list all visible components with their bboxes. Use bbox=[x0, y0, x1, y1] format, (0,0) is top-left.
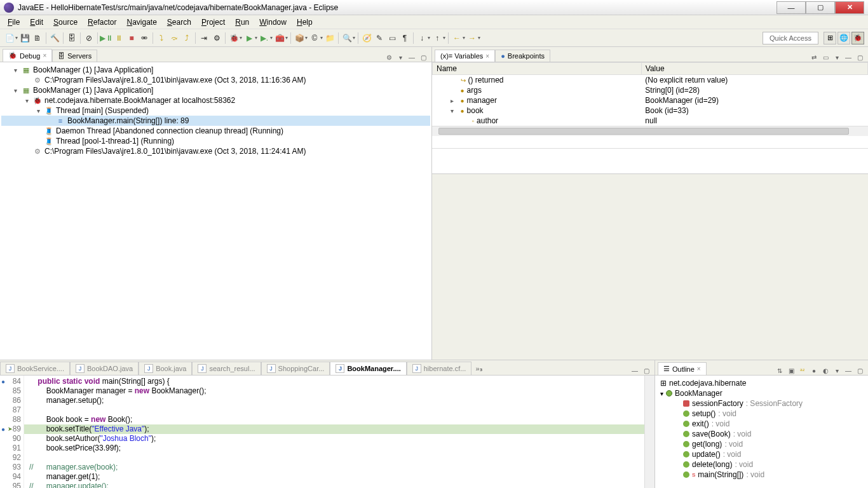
collapse-all-icon[interactable]: ▭ bbox=[821, 53, 830, 62]
sort-icon[interactable]: ⇅ bbox=[775, 366, 784, 375]
variable-row[interactable]: ▫authornull bbox=[433, 116, 868, 126]
disconnect-icon[interactable]: ⚮ bbox=[139, 32, 150, 44]
menu-window[interactable]: Window bbox=[254, 17, 292, 28]
minimize-view-icon[interactable]: — bbox=[844, 53, 853, 62]
outline-member[interactable]: Smain(String[]) : void bbox=[658, 470, 865, 480]
horizontal-scrollbar[interactable] bbox=[432, 126, 868, 136]
show-whitespace-icon[interactable]: ¶ bbox=[399, 32, 410, 44]
variable-row[interactable]: ●argsString[0] (id=28) bbox=[433, 85, 868, 95]
debug-tree-node[interactable]: ▾🧵Thread [main] (Suspended) bbox=[1, 105, 430, 116]
tab-servers[interactable]: 🗄Servers bbox=[52, 50, 97, 62]
debug-tree-node[interactable]: ⚙C:\Program Files\Java\jre1.8.0_101\bin\… bbox=[1, 146, 430, 156]
menu-edit[interactable]: Edit bbox=[25, 17, 48, 28]
show-type-icon[interactable]: ⇄ bbox=[810, 53, 818, 62]
menu-navigate[interactable]: Navigate bbox=[121, 17, 161, 28]
outline-member[interactable]: update() : void bbox=[658, 449, 865, 459]
editor-tab[interactable]: JBookDAO.java bbox=[70, 362, 139, 375]
step-over-icon[interactable]: ⤼ bbox=[168, 32, 180, 44]
suspend-icon[interactable]: ⏸ bbox=[113, 32, 125, 44]
editor-gutter[interactable]: 848586878889909192939495969798 bbox=[0, 376, 24, 488]
debug-tree-node[interactable]: ⚙C:\Program Files\Java\jre1.8.0_101\bin\… bbox=[1, 75, 430, 85]
outline-member[interactable]: setup() : void bbox=[658, 409, 865, 419]
save-all-icon[interactable]: 🗎 bbox=[32, 32, 43, 44]
maximize-view-icon[interactable]: ▢ bbox=[855, 366, 864, 375]
variable-row[interactable]: ▸●managerBookManager (id=29) bbox=[433, 95, 868, 105]
debug-view-toolbar-icon[interactable]: ⚙ bbox=[384, 53, 393, 62]
terminate-icon[interactable]: ■ bbox=[126, 32, 137, 44]
quick-access[interactable]: Quick Access bbox=[763, 32, 818, 44]
debug-tree-node[interactable]: ▾▦BookManager (1) [Java Application] bbox=[1, 85, 430, 95]
editor-tab[interactable]: Jhibernate.cf... bbox=[407, 362, 472, 375]
forward-icon[interactable]: → bbox=[466, 32, 478, 44]
menu-search[interactable]: Search bbox=[162, 17, 196, 28]
tab-breakpoints[interactable]: ●Breakpoints bbox=[495, 50, 550, 62]
debug-tree-node[interactable]: 🧵Daemon Thread [Abandoned connection cle… bbox=[1, 126, 430, 136]
editor-tab[interactable]: Jsearch_resul... bbox=[192, 362, 261, 375]
editor-code[interactable]: public static void main(String[] args) {… bbox=[24, 376, 644, 488]
variable-row[interactable]: ↪ () returned(No explicit return value) bbox=[433, 75, 868, 86]
maximize-view-icon[interactable]: ▢ bbox=[855, 53, 864, 62]
filter-static-icon[interactable]: ᵃᶻ bbox=[798, 366, 807, 375]
new-server-icon[interactable]: 🗄 bbox=[66, 32, 78, 44]
debug-tree-node[interactable]: ≡BookManager.main(String[]) line: 89 bbox=[1, 116, 430, 126]
filter-public-icon[interactable]: ● bbox=[810, 366, 818, 375]
toggle-breadcrumb-icon[interactable]: 🧭 bbox=[361, 32, 372, 44]
view-menu-icon[interactable]: ▾ bbox=[396, 53, 405, 62]
build-icon[interactable]: 🔨 bbox=[49, 32, 60, 44]
new-package-icon[interactable]: 📦 bbox=[294, 32, 305, 44]
new-class-icon[interactable]: © bbox=[309, 32, 320, 44]
debug-icon[interactable]: 🐞 bbox=[228, 32, 240, 44]
filter-fields-icon[interactable]: ▣ bbox=[787, 366, 796, 375]
view-menu-icon[interactable]: ▾ bbox=[832, 366, 841, 375]
prev-annotation-icon[interactable]: ↑ bbox=[431, 32, 443, 44]
vertical-scrollbar[interactable] bbox=[644, 376, 654, 488]
drop-frame-icon[interactable]: ⇥ bbox=[198, 32, 210, 44]
debug-tree-node[interactable]: 🧵Thread [pool-1-thread-1] (Running) bbox=[1, 136, 430, 146]
outline-member[interactable]: delete(long) : void bbox=[658, 459, 865, 470]
step-filters-icon[interactable]: ⚙ bbox=[211, 32, 222, 44]
resume-icon[interactable]: ▶⏸ bbox=[100, 32, 112, 44]
outline-class[interactable]: ▾BookManager bbox=[658, 388, 865, 398]
block-select-icon[interactable]: ▭ bbox=[386, 32, 398, 44]
menu-help[interactable]: Help bbox=[292, 17, 318, 28]
outline-member[interactable]: save(Book) : void bbox=[658, 429, 865, 439]
tab-variables[interactable]: (x)= Variables× bbox=[435, 50, 495, 62]
new-folder-icon[interactable]: 📁 bbox=[324, 32, 336, 44]
editor-tab[interactable]: JBookService.... bbox=[0, 362, 70, 375]
debug-tree-node[interactable]: ▾🐞net.codejava.hibernate.BookManager at … bbox=[1, 95, 430, 105]
minimize-button[interactable]: — bbox=[776, 1, 806, 14]
menu-refactor[interactable]: Refactor bbox=[83, 17, 121, 28]
skip-breakpoints-icon[interactable]: ⊘ bbox=[83, 32, 95, 44]
save-icon[interactable]: 💾 bbox=[19, 32, 31, 44]
tab-outline[interactable]: ☰Outline× bbox=[658, 362, 707, 375]
new-icon[interactable]: 📄 bbox=[4, 32, 15, 44]
run-last-icon[interactable]: ▶. bbox=[259, 32, 270, 44]
step-into-icon[interactable]: ⤵ bbox=[156, 32, 167, 44]
editor-tab[interactable]: JBookManager.... bbox=[330, 362, 406, 375]
editor-tab[interactable]: JBook.java bbox=[139, 362, 192, 375]
outline-member[interactable]: get(long) : void bbox=[658, 439, 865, 449]
minimize-view-icon[interactable]: — bbox=[407, 53, 416, 62]
debug-tree[interactable]: ▾▦BookManager (1) [Java Application]⚙C:\… bbox=[0, 62, 431, 360]
more-tabs-icon[interactable]: »₃ bbox=[471, 363, 485, 375]
maximize-view-icon[interactable]: ▢ bbox=[642, 366, 651, 375]
search-icon[interactable]: 🔍 bbox=[341, 32, 353, 44]
maximize-button[interactable]: ▢ bbox=[806, 1, 835, 14]
minimize-view-icon[interactable]: — bbox=[630, 366, 639, 375]
tab-debug[interactable]: 🐞Debug× bbox=[3, 49, 52, 62]
outline-tree[interactable]: ⊞net.codejava.hibernate▾BookManagersessi… bbox=[655, 376, 868, 488]
perspective-open-icon[interactable]: ⊞ bbox=[824, 32, 836, 44]
debug-tree-node[interactable]: ▾▦BookManager (1) [Java Application] bbox=[1, 65, 430, 75]
run-icon[interactable]: ▶ bbox=[243, 32, 255, 44]
outline-package[interactable]: ⊞net.codejava.hibernate bbox=[658, 378, 865, 388]
minimize-view-icon[interactable]: — bbox=[844, 366, 853, 375]
next-annotation-icon[interactable]: ↓ bbox=[416, 32, 428, 44]
filter-local-icon[interactable]: ◐ bbox=[821, 366, 830, 375]
menu-file[interactable]: File bbox=[3, 17, 25, 28]
maximize-view-icon[interactable]: ▢ bbox=[419, 53, 428, 62]
close-icon[interactable]: × bbox=[697, 365, 701, 372]
menu-source[interactable]: Source bbox=[48, 17, 83, 28]
mark-occurrences-icon[interactable]: ✎ bbox=[374, 32, 385, 44]
step-return-icon[interactable]: ⤴ bbox=[181, 32, 193, 44]
outline-member[interactable]: exit() : void bbox=[658, 419, 865, 429]
